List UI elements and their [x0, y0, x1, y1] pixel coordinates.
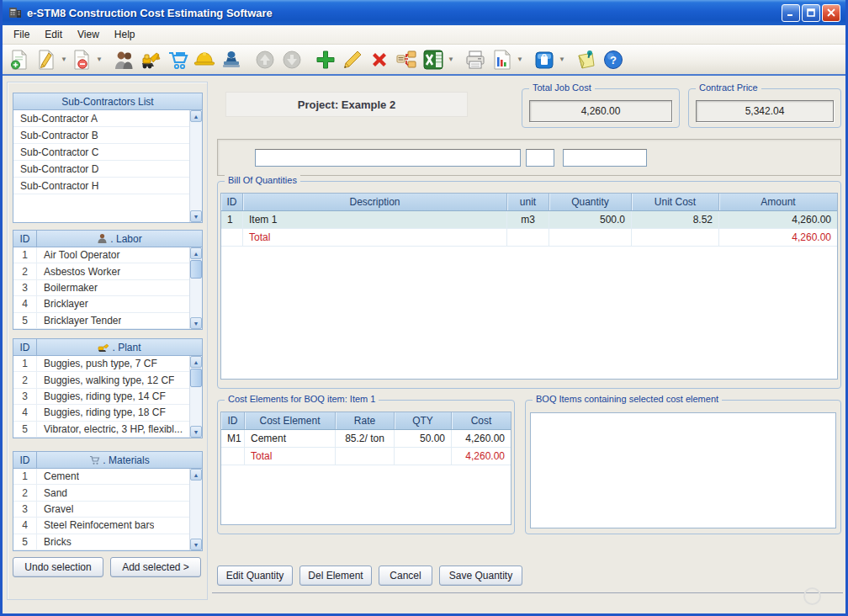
reports-dropdown[interactable]: ▼ — [516, 47, 524, 72]
scroll-thumb[interactable] — [190, 369, 202, 387]
scroll-down-icon[interactable]: ▼ — [190, 210, 202, 222]
labor-panel: ID . Labor 1Air Tool Operator 2Asbestos … — [13, 230, 203, 330]
boq-items-label: BOQ Items containing selected cost eleme… — [533, 394, 722, 404]
cost-element-row[interactable]: M1 Cement 85.2/ ton 50.00 4,260.00 — [221, 430, 511, 448]
edit-project-button[interactable] — [33, 46, 60, 73]
labor-scrollbar[interactable]: ▲ ▼ — [189, 247, 202, 329]
contract-price-value: 5,342.04 — [696, 100, 834, 122]
labor-row[interactable]: 1Air Tool Operator — [13, 247, 189, 263]
maximize-button[interactable] — [802, 4, 820, 22]
bottom-divider — [212, 592, 843, 593]
scroll-down-icon[interactable]: ▼ — [190, 539, 202, 550]
boq-table-header[interactable]: ID Description unit Quantity Unit Cost A… — [221, 194, 837, 211]
add-item-button[interactable] — [312, 46, 339, 73]
subcontractors-panel: Sub-Contractors List Sub-Contractor A Su… — [13, 93, 203, 223]
quantity-filter-input[interactable] — [563, 149, 647, 167]
reports-button[interactable] — [489, 46, 516, 73]
materials-row[interactable]: 4Steel Reinfocement bars — [13, 518, 189, 534]
labor-title: . Labor — [110, 233, 141, 245]
subcontractors-list-button[interactable] — [191, 46, 218, 73]
scroll-up-icon[interactable]: ▲ — [190, 469, 202, 481]
excel-export-dropdown[interactable]: ▼ — [447, 47, 455, 72]
cost-elements-total-label: Total — [245, 448, 336, 465]
app-window: e-STM8 Construction Cost Estimating Soft… — [0, 0, 848, 616]
menu-file[interactable]: File — [6, 26, 37, 43]
labor-row[interactable]: 4Bricklayer — [13, 296, 189, 312]
description-filter-input[interactable] — [255, 149, 521, 167]
scroll-up-icon[interactable]: ▲ — [190, 247, 202, 259]
minimize-button[interactable] — [782, 4, 800, 22]
subcontractor-row[interactable]: Sub-Contractor B — [13, 127, 189, 144]
materials-scrollbar[interactable]: ▲ ▼ — [189, 469, 202, 550]
excel-export-button[interactable] — [420, 46, 447, 73]
scroll-thumb[interactable] — [190, 260, 202, 279]
edit-quantity-button[interactable]: Edit Quantity — [217, 566, 293, 586]
plant-row[interactable]: 3Buggies, riding type, 14 CF — [13, 389, 189, 405]
del-element-button[interactable]: Del Element — [299, 566, 372, 586]
cost-elements-table: ID Cost Element Rate QTY Cost M1 Cement … — [220, 412, 511, 525]
plant-row[interactable]: 5Vibrator, electric, 3 HP, flexibl... — [13, 422, 189, 438]
scroll-down-icon[interactable]: ▼ — [190, 317, 202, 329]
close-button[interactable] — [822, 4, 840, 22]
subcontractors-header: Sub-Contractors List — [13, 93, 202, 110]
unit-filter-input[interactable] — [526, 149, 554, 167]
cost-elements-table-header[interactable]: ID Cost Element Rate QTY Cost — [221, 412, 511, 430]
print-button[interactable] — [462, 46, 489, 73]
subcontractor-row[interactable]: Sub-Contractor D — [13, 161, 189, 178]
menu-help[interactable]: Help — [107, 26, 143, 43]
plant-scrollbar[interactable]: ▲ ▼ — [189, 356, 202, 438]
move-down-button-disabled — [278, 46, 305, 73]
title-bar[interactable]: e-STM8 Construction Cost Estimating Soft… — [3, 0, 845, 25]
scroll-up-icon[interactable]: ▲ — [190, 356, 202, 368]
help-button[interactable]: ? — [600, 46, 627, 73]
contract-price-label: Contract Price — [696, 82, 761, 93]
plant-row[interactable]: 4Buggies, riding type, 18 CF — [13, 405, 189, 421]
cost-elements-total-row: Total 4,260.00 — [221, 448, 511, 465]
backup-dropdown[interactable]: ▼ — [558, 47, 566, 72]
labor-row[interactable]: 5Bricklayer Tender — [13, 313, 189, 329]
boq-items-listbox[interactable] — [530, 412, 836, 528]
materials-row[interactable]: 3Gravel — [13, 502, 189, 518]
move-up-button-disabled — [252, 46, 278, 73]
cancel-button[interactable]: Cancel — [379, 566, 432, 586]
notes-button[interactable] — [573, 46, 600, 73]
backup-button[interactable] — [531, 46, 558, 73]
delete-item-button[interactable] — [366, 46, 393, 73]
subcontractors-scrollbar[interactable]: ▲ ▼ — [189, 110, 202, 222]
labor-list-button[interactable] — [110, 46, 137, 73]
materials-list-button[interactable] — [164, 46, 191, 73]
content-area: Sub-Contractors List Sub-Contractor A Su… — [3, 76, 845, 613]
save-quantity-button[interactable]: Save Quantity — [439, 566, 522, 586]
plant-list-button[interactable] — [137, 46, 164, 73]
menu-edit[interactable]: Edit — [37, 26, 70, 43]
markup-stamp-button[interactable] — [218, 46, 245, 73]
materials-row[interactable]: 5Bricks — [13, 534, 189, 550]
edit-item-button[interactable] — [339, 46, 366, 73]
new-project-button[interactable] — [6, 46, 33, 73]
labor-row[interactable]: 2Asbestos Worker — [13, 263, 189, 279]
plant-row[interactable]: 2Buggies, walking type, 12 CF — [13, 372, 189, 388]
subcontractor-row[interactable]: Sub-Contractor A — [13, 110, 189, 127]
materials-row[interactable]: 2Sand — [13, 485, 189, 501]
delete-project-dropdown[interactable]: ▼ — [95, 47, 103, 72]
subcontractor-row[interactable]: Sub-Contractor C — [13, 144, 189, 161]
assign-elements-button[interactable] — [393, 46, 420, 73]
delete-project-button[interactable] — [68, 46, 95, 73]
main-area: Project: Example 2 Total Job Cost 4,260.… — [212, 76, 845, 613]
menu-view[interactable]: View — [70, 26, 107, 43]
plant-row[interactable]: 1Buggies, push type, 7 CF — [13, 356, 189, 372]
edit-project-dropdown[interactable]: ▼ — [60, 47, 68, 72]
undo-selection-button[interactable]: Undo selection — [13, 557, 103, 577]
materials-title: . Materials — [103, 454, 149, 466]
subcontractor-row[interactable]: Sub-Contractor H — [13, 178, 189, 194]
menu-bar: File Edit View Help — [3, 25, 845, 45]
add-selected-button[interactable]: Add selected > — [110, 557, 201, 577]
scroll-down-icon[interactable]: ▼ — [190, 426, 202, 438]
materials-row[interactable]: 1Cement — [13, 469, 189, 485]
total-job-cost-label: Total Job Cost — [529, 82, 595, 93]
boq-label: Bill Of Quantities — [225, 175, 300, 185]
labor-row[interactable]: 3Boilermaker — [13, 280, 189, 296]
boq-row-selected[interactable]: 1 Item 1 m3 500.0 8.52 4,260.00 — [221, 211, 837, 229]
scroll-up-icon[interactable]: ▲ — [190, 110, 202, 122]
boq-total-label: Total — [243, 229, 507, 246]
